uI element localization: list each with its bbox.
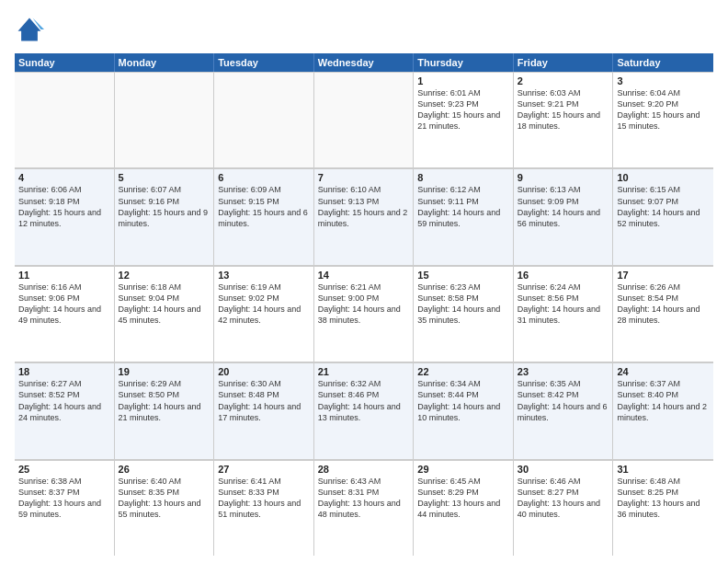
day-number: 12: [119, 270, 210, 281]
calendar-body: 1Sunrise: 6:01 AM Sunset: 9:23 PM Daylig…: [15, 72, 713, 556]
day-cell-5: 5Sunrise: 6:07 AM Sunset: 9:16 PM Daylig…: [115, 168, 215, 264]
header: [15, 15, 713, 44]
day-cell-24: 24Sunrise: 6:37 AM Sunset: 8:40 PM Dayli…: [613, 362, 713, 458]
day-number: 26: [119, 464, 210, 475]
header-day-monday: Monday: [115, 53, 215, 72]
day-cell-29: 29Sunrise: 6:45 AM Sunset: 8:29 PM Dayli…: [414, 460, 514, 556]
header-day-friday: Friday: [514, 53, 614, 72]
day-details: Sunrise: 6:13 AM Sunset: 9:09 PM Dayligh…: [518, 184, 609, 229]
day-details: Sunrise: 6:26 AM Sunset: 8:54 PM Dayligh…: [617, 282, 710, 327]
empty-cell: [15, 72, 115, 167]
day-details: Sunrise: 6:12 AM Sunset: 9:11 PM Dayligh…: [417, 184, 509, 229]
page: SundayMondayTuesdayWednesdayThursdayFrid…: [0, 0, 728, 563]
logo: [15, 15, 48, 44]
day-cell-26: 26Sunrise: 6:40 AM Sunset: 8:35 PM Dayli…: [115, 460, 215, 556]
day-cell-28: 28Sunrise: 6:43 AM Sunset: 8:31 PM Dayli…: [314, 460, 415, 556]
day-details: Sunrise: 6:23 AM Sunset: 8:58 PM Dayligh…: [417, 282, 509, 327]
day-cell-22: 22Sunrise: 6:34 AM Sunset: 8:44 PM Dayli…: [414, 362, 514, 458]
day-number: 20: [218, 366, 310, 377]
day-cell-21: 21Sunrise: 6:32 AM Sunset: 8:46 PM Dayli…: [314, 362, 415, 458]
day-details: Sunrise: 6:37 AM Sunset: 8:40 PM Dayligh…: [617, 378, 710, 423]
day-number: 9: [518, 172, 609, 183]
calendar: SundayMondayTuesdayWednesdayThursdayFrid…: [15, 53, 713, 556]
calendar-row-2: 11Sunrise: 6:16 AM Sunset: 9:06 PM Dayli…: [15, 266, 713, 362]
day-number: 25: [18, 464, 110, 475]
day-number: 29: [417, 464, 509, 475]
day-number: 24: [617, 366, 710, 377]
day-cell-27: 27Sunrise: 6:41 AM Sunset: 8:33 PM Dayli…: [214, 460, 314, 556]
day-number: 5: [119, 172, 210, 183]
day-number: 14: [318, 270, 410, 281]
day-cell-18: 18Sunrise: 6:27 AM Sunset: 8:52 PM Dayli…: [15, 362, 115, 458]
day-details: Sunrise: 6:03 AM Sunset: 9:21 PM Dayligh…: [518, 87, 609, 132]
day-number: 2: [518, 75, 609, 86]
day-number: 15: [417, 270, 509, 281]
day-details: Sunrise: 6:40 AM Sunset: 8:35 PM Dayligh…: [119, 476, 210, 521]
empty-cell: [115, 72, 215, 167]
header-day-wednesday: Wednesday: [314, 53, 415, 72]
empty-cell: [314, 72, 415, 167]
day-cell-9: 9Sunrise: 6:13 AM Sunset: 9:09 PM Daylig…: [514, 168, 614, 264]
day-number: 13: [218, 270, 310, 281]
day-details: Sunrise: 6:48 AM Sunset: 8:25 PM Dayligh…: [617, 476, 710, 521]
day-cell-10: 10Sunrise: 6:15 AM Sunset: 9:07 PM Dayli…: [613, 168, 713, 264]
day-details: Sunrise: 6:43 AM Sunset: 8:31 PM Dayligh…: [318, 476, 410, 521]
day-cell-16: 16Sunrise: 6:24 AM Sunset: 8:56 PM Dayli…: [514, 266, 614, 362]
day-details: Sunrise: 6:16 AM Sunset: 9:06 PM Dayligh…: [18, 282, 110, 327]
day-cell-3: 3Sunrise: 6:04 AM Sunset: 9:20 PM Daylig…: [613, 72, 713, 167]
day-details: Sunrise: 6:41 AM Sunset: 8:33 PM Dayligh…: [218, 476, 310, 521]
day-details: Sunrise: 6:24 AM Sunset: 8:56 PM Dayligh…: [518, 282, 609, 327]
day-details: Sunrise: 6:06 AM Sunset: 9:18 PM Dayligh…: [18, 184, 110, 229]
day-details: Sunrise: 6:46 AM Sunset: 8:27 PM Dayligh…: [518, 476, 609, 521]
day-cell-19: 19Sunrise: 6:29 AM Sunset: 8:50 PM Dayli…: [115, 362, 215, 458]
day-details: Sunrise: 6:10 AM Sunset: 9:13 PM Dayligh…: [318, 184, 410, 229]
calendar-header: SundayMondayTuesdayWednesdayThursdayFrid…: [15, 53, 713, 72]
calendar-row-3: 18Sunrise: 6:27 AM Sunset: 8:52 PM Dayli…: [15, 362, 713, 459]
day-cell-7: 7Sunrise: 6:10 AM Sunset: 9:13 PM Daylig…: [314, 168, 415, 264]
day-cell-4: 4Sunrise: 6:06 AM Sunset: 9:18 PM Daylig…: [15, 168, 115, 264]
header-day-sunday: Sunday: [15, 53, 115, 72]
day-details: Sunrise: 6:15 AM Sunset: 9:07 PM Dayligh…: [617, 184, 710, 229]
day-cell-31: 31Sunrise: 6:48 AM Sunset: 8:25 PM Dayli…: [613, 460, 713, 556]
day-details: Sunrise: 6:29 AM Sunset: 8:50 PM Dayligh…: [119, 378, 210, 423]
svg-marker-0: [18, 18, 41, 41]
day-cell-8: 8Sunrise: 6:12 AM Sunset: 9:11 PM Daylig…: [414, 168, 514, 264]
day-number: 8: [417, 172, 509, 183]
day-number: 11: [18, 270, 110, 281]
header-day-thursday: Thursday: [414, 53, 514, 72]
day-cell-6: 6Sunrise: 6:09 AM Sunset: 9:15 PM Daylig…: [214, 168, 314, 264]
day-number: 21: [318, 366, 410, 377]
day-details: Sunrise: 6:32 AM Sunset: 8:46 PM Dayligh…: [318, 378, 410, 423]
day-number: 7: [318, 172, 410, 183]
day-details: Sunrise: 6:45 AM Sunset: 8:29 PM Dayligh…: [417, 476, 509, 521]
day-number: 10: [617, 172, 710, 183]
day-number: 19: [119, 366, 210, 377]
day-details: Sunrise: 6:18 AM Sunset: 9:04 PM Dayligh…: [119, 282, 210, 327]
day-number: 18: [18, 366, 110, 377]
day-cell-11: 11Sunrise: 6:16 AM Sunset: 9:06 PM Dayli…: [15, 266, 115, 362]
day-details: Sunrise: 6:27 AM Sunset: 8:52 PM Dayligh…: [18, 378, 110, 423]
calendar-row-4: 25Sunrise: 6:38 AM Sunset: 8:37 PM Dayli…: [15, 460, 713, 556]
day-cell-17: 17Sunrise: 6:26 AM Sunset: 8:54 PM Dayli…: [613, 266, 713, 362]
day-details: Sunrise: 6:21 AM Sunset: 9:00 PM Dayligh…: [318, 282, 410, 327]
day-details: Sunrise: 6:30 AM Sunset: 8:48 PM Dayligh…: [218, 378, 310, 423]
day-number: 28: [318, 464, 410, 475]
day-cell-25: 25Sunrise: 6:38 AM Sunset: 8:37 PM Dayli…: [15, 460, 115, 556]
empty-cell: [214, 72, 314, 167]
day-number: 1: [417, 75, 509, 86]
header-day-tuesday: Tuesday: [214, 53, 314, 72]
day-cell-30: 30Sunrise: 6:46 AM Sunset: 8:27 PM Dayli…: [514, 460, 614, 556]
day-cell-2: 2Sunrise: 6:03 AM Sunset: 9:21 PM Daylig…: [514, 72, 614, 167]
day-details: Sunrise: 6:35 AM Sunset: 8:42 PM Dayligh…: [518, 378, 609, 423]
day-number: 6: [218, 172, 310, 183]
day-number: 17: [617, 270, 710, 281]
day-number: 3: [617, 75, 710, 86]
day-details: Sunrise: 6:34 AM Sunset: 8:44 PM Dayligh…: [417, 378, 509, 423]
calendar-row-1: 4Sunrise: 6:06 AM Sunset: 9:18 PM Daylig…: [15, 168, 713, 265]
calendar-row-0: 1Sunrise: 6:01 AM Sunset: 9:23 PM Daylig…: [15, 72, 713, 168]
day-cell-14: 14Sunrise: 6:21 AM Sunset: 9:00 PM Dayli…: [314, 266, 415, 362]
day-cell-13: 13Sunrise: 6:19 AM Sunset: 9:02 PM Dayli…: [214, 266, 314, 362]
day-number: 4: [18, 172, 110, 183]
day-number: 16: [518, 270, 609, 281]
day-details: Sunrise: 6:09 AM Sunset: 9:15 PM Dayligh…: [218, 184, 310, 229]
